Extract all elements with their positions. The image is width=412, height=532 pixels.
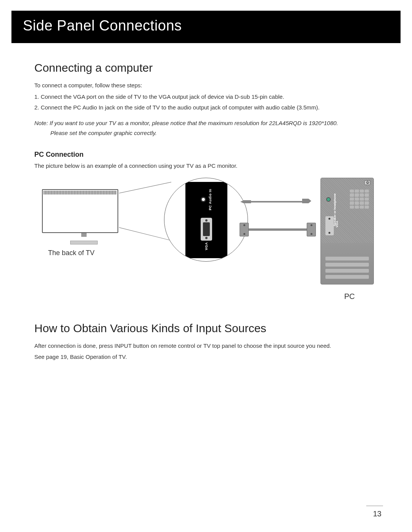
vga-port: VGA xyxy=(201,218,212,250)
pc-expansion-slots-icon xyxy=(325,257,369,279)
pc-connection-desc: The picture below is an example of a con… xyxy=(34,162,378,170)
audio-cable-icon xyxy=(240,199,305,204)
page-number: 13 xyxy=(373,509,381,518)
intro-text: To connect a computer, follow these step… xyxy=(34,81,378,90)
page-title: Side Panel Connections xyxy=(23,18,389,34)
section-connecting-heading: Connecting a computer xyxy=(34,61,378,74)
pc-vent-icon xyxy=(350,190,369,209)
tv-side-panel: PC Audio In VGA xyxy=(185,182,227,258)
note-line-2: Please set the computer graphic correctl… xyxy=(34,129,378,138)
audio-jack-icon xyxy=(201,197,206,202)
tv-stand-icon xyxy=(71,233,97,244)
pc-audio-label: PC Audio In xyxy=(208,189,212,210)
zoom-detail-circle: PC Audio In VGA xyxy=(164,178,248,262)
tv-caption: The back of TV xyxy=(42,249,126,257)
input-sources-p2: See page 19, Basic Operation of TV. xyxy=(34,353,378,362)
page-content: Connecting a computer To connect a compu… xyxy=(0,61,412,361)
page-header: Side Panel Connections xyxy=(11,11,401,43)
zoom-line-icon xyxy=(119,182,171,193)
step-2: 2. Connect the PC Audio In jack on the s… xyxy=(34,103,378,112)
vga-pins-icon xyxy=(203,222,210,236)
zoom-line-icon xyxy=(119,227,171,241)
vga-plug-right-icon xyxy=(307,223,319,236)
vga-cable-icon xyxy=(249,228,310,231)
input-sources-p1: After connection is done, press INPUT bu… xyxy=(34,342,378,350)
pc-caption: PC xyxy=(344,292,355,301)
vga-label: VGA xyxy=(204,242,208,250)
tv-illustration: The back of TV xyxy=(42,189,126,250)
connection-diagram: The back of TV PC Audio In VGA xyxy=(34,178,378,304)
section-input-sources-heading: How to Obtain Various Kinds of Input Sou… xyxy=(34,322,378,335)
pc-audio-in-port: PC Audio In xyxy=(201,189,212,210)
pc-vga-label: VGA xyxy=(335,221,339,227)
pc-audio-jack-icon xyxy=(326,197,331,202)
step-1: 1. Connect the VGA port on the side of T… xyxy=(34,92,378,101)
audio-cable-end-icon xyxy=(302,199,311,203)
note-line-1: Note: If you want to use your TV as a mo… xyxy=(34,119,378,128)
tv-screen-icon xyxy=(42,189,118,233)
steps-list: 1. Connect the VGA port on the side of T… xyxy=(34,92,378,112)
pc-connection-heading: PC Connection xyxy=(34,151,378,159)
vga-connector-icon xyxy=(201,218,212,241)
power-icon: ⏻ xyxy=(364,180,370,185)
pc-tower-illustration: ⏻ Speaker or headphone VGA xyxy=(320,178,374,284)
pc-vga-port-icon xyxy=(325,216,334,235)
